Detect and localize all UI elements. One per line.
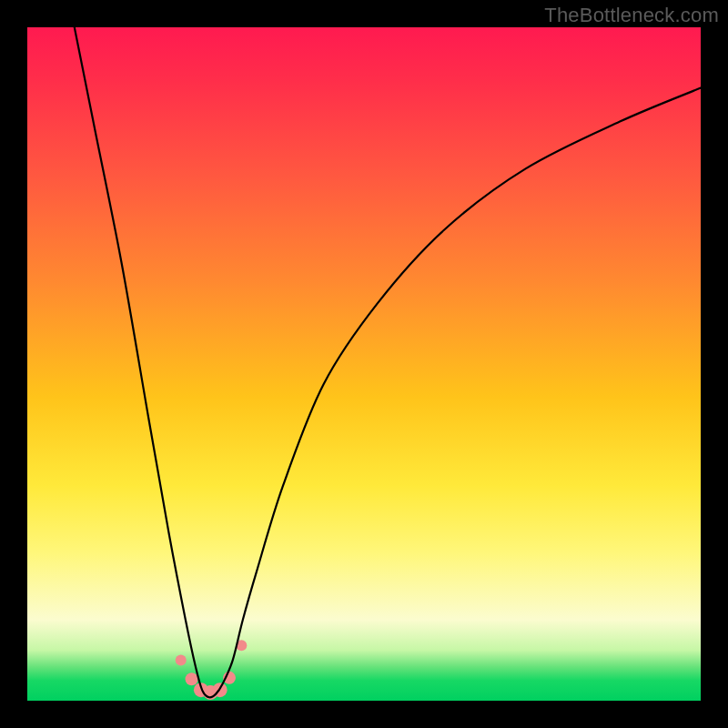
chart-svg <box>27 27 701 701</box>
bottleneck-curve <box>75 27 701 697</box>
highlight-dot <box>186 672 198 685</box>
highlight-dot <box>176 655 187 666</box>
attribution-label: TheBottleneck.com <box>544 4 719 27</box>
chart-plot-area <box>27 27 701 701</box>
